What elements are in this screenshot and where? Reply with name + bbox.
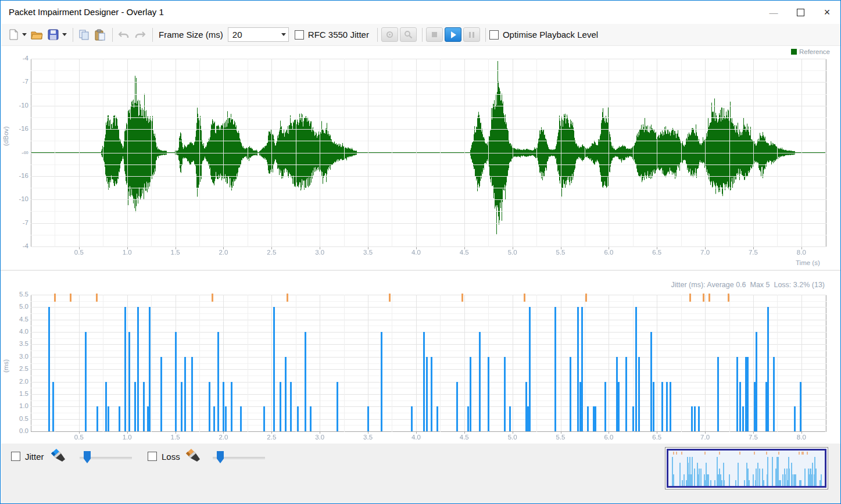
jitter-bar xyxy=(691,406,693,431)
wf-vgrid xyxy=(825,59,826,247)
minimap-bar xyxy=(679,463,681,486)
jt-vgrid xyxy=(55,295,55,432)
wf-x-tick-label: 4.5 xyxy=(456,249,473,256)
jitter-bar xyxy=(280,382,281,431)
jitter-paintbrush-icon xyxy=(49,448,67,466)
title-bar[interactable]: Packet Impairment Designer - Overlay 1 —… xyxy=(1,1,840,24)
jt-x-tick-label: 1.5 xyxy=(167,434,184,441)
jt-x-tick-label: 4.0 xyxy=(408,434,424,441)
wf-vgrid xyxy=(464,59,465,247)
wf-x-tick-mark xyxy=(271,247,272,249)
minimap-bar xyxy=(800,480,801,486)
wf-x-tick-label: 8.0 xyxy=(793,249,810,256)
minimap-loss-marker xyxy=(766,452,767,455)
pause-button[interactable] xyxy=(463,27,480,42)
wf-vgrid xyxy=(223,59,224,247)
jitter-bar xyxy=(698,406,700,431)
loss-paint-checkbox[interactable] xyxy=(148,452,157,461)
jt-y-tick-label: 2.0 xyxy=(9,378,28,385)
jt-x-tick-mark xyxy=(753,431,754,434)
undo-button[interactable] xyxy=(116,27,131,42)
jt-vgrid xyxy=(585,295,585,432)
wf-x-tick-mark xyxy=(127,247,128,249)
jitter-bar xyxy=(137,307,139,431)
jt-vgrid xyxy=(464,295,465,432)
new-file-dropdown-icon[interactable] xyxy=(22,33,27,36)
jitter-bar xyxy=(124,307,126,431)
jt-vgrid xyxy=(729,295,730,432)
jt-vgrid xyxy=(127,295,128,432)
close-button[interactable]: × xyxy=(814,1,840,24)
minimap-bar xyxy=(780,480,781,486)
minimap-bar xyxy=(792,474,793,486)
overview-minimap[interactable] xyxy=(665,447,828,489)
undo-icon xyxy=(118,30,130,40)
wf-vgrid xyxy=(609,59,609,247)
loss-marker xyxy=(212,294,213,302)
paste-button[interactable] xyxy=(92,27,108,42)
jitter-bar xyxy=(426,357,428,431)
frame-size-combobox[interactable]: 20 xyxy=(228,27,289,42)
minimap-content xyxy=(667,449,826,488)
wf-vgrid xyxy=(79,59,80,247)
zoom-button[interactable] xyxy=(400,27,417,42)
wf-y-tick-label: -7 xyxy=(9,219,28,226)
wf-x-tick-mark xyxy=(368,247,368,249)
jitter-bar xyxy=(381,332,382,431)
minimap-loss-marker xyxy=(676,452,677,455)
minimap-bar xyxy=(700,469,702,486)
wf-vgrid xyxy=(705,59,706,247)
open-file-button[interactable] xyxy=(29,27,45,42)
jt-y-tick-label: 5.5 xyxy=(9,291,28,298)
minimap-bar xyxy=(789,469,790,486)
jt-x-tick-mark xyxy=(79,431,80,434)
maximize-button[interactable] xyxy=(787,1,814,24)
legend-label: Reference xyxy=(799,48,830,55)
wf-x-tick-label: 6.5 xyxy=(649,249,665,256)
toolbar: Frame Size (ms) 20 RFC 3550 Jitter Optim… xyxy=(1,24,841,46)
jitter-bar xyxy=(285,357,287,431)
redo-button[interactable] xyxy=(133,27,148,42)
copy-button[interactable] xyxy=(77,27,91,42)
jitter-bar xyxy=(666,382,668,431)
paste-icon xyxy=(94,29,106,41)
save-dropdown-icon[interactable] xyxy=(62,33,67,36)
minimize-button[interactable]: — xyxy=(760,1,787,24)
save-button[interactable] xyxy=(46,27,60,42)
jitter-bar xyxy=(209,382,210,431)
jt-x-tick-label: 6.0 xyxy=(600,434,617,441)
minimap-bar xyxy=(729,474,730,486)
wf-x-tick-label: 4.0 xyxy=(408,249,424,256)
wf-vgrid xyxy=(488,59,489,247)
minimap-bar xyxy=(735,480,736,486)
jitter-bar xyxy=(756,332,757,431)
minimap-loss-marker xyxy=(807,452,808,455)
optimise-playback-checkbox[interactable] xyxy=(489,30,499,40)
wf-hgrid-major xyxy=(31,106,826,106)
wf-y-tick-label: -16 xyxy=(9,125,28,132)
rfc-3550-jitter-checkbox[interactable] xyxy=(295,30,304,40)
wf-x-tick-label: 3.5 xyxy=(360,249,376,256)
wf-vgrid xyxy=(368,59,368,247)
jitter-bar xyxy=(479,332,481,431)
jitter-bar xyxy=(175,332,177,431)
jitter-bar xyxy=(160,357,162,431)
new-file-button[interactable] xyxy=(7,27,20,42)
jitter-bar xyxy=(134,382,136,431)
wf-vgrid xyxy=(176,59,176,247)
toolbar-separator xyxy=(377,28,378,42)
jitter-bar xyxy=(85,332,87,431)
wf-x-tick-label: 5.0 xyxy=(504,249,521,256)
stop-button[interactable] xyxy=(426,27,443,42)
play-button[interactable] xyxy=(445,27,461,42)
wf-hgrid-minor xyxy=(31,165,826,165)
wf-hgrid-minor xyxy=(31,117,826,118)
minimap-loss-marker xyxy=(719,452,720,455)
zoom-extents-button[interactable] xyxy=(381,27,398,42)
wf-x-tick-mark xyxy=(513,247,513,249)
jt-vgrid xyxy=(440,295,441,432)
jitter-paint-checkbox[interactable] xyxy=(11,452,20,461)
jitter-bar xyxy=(638,357,640,431)
jt-vgrid xyxy=(513,295,513,432)
toolbar-separator xyxy=(73,28,73,42)
